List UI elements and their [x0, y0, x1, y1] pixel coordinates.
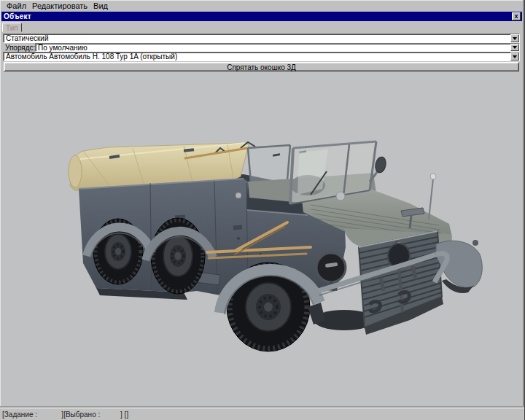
menu-view[interactable]: Вид: [90, 1, 111, 11]
type-combobox[interactable]: Статический: [3, 34, 520, 43]
object-combobox-value: Автомобиль Автомобиль H. 108 Typ 1A (отк…: [6, 53, 509, 61]
order-combobox[interactable]: По умолчанию: [35, 43, 520, 52]
type-combobox-value: Статический: [6, 35, 509, 42]
object-panel-title: Объект: [4, 12, 31, 20]
tab-strip: Тип: [1, 22, 522, 33]
close-icon[interactable]: x: [512, 12, 521, 20]
object-combobox[interactable]: Автомобиль Автомобиль H. 108 Typ 1A (отк…: [3, 52, 520, 61]
order-label: Упорядс:: [5, 44, 35, 52]
menu-edit[interactable]: Редактировать: [29, 1, 90, 11]
status-bar: [Задание : ][Выбрано : ] []: [0, 408, 524, 420]
editor-window: Файл Редактировать Вид Объект x Тип Стат…: [0, 0, 525, 420]
hide-3d-window-button[interactable]: Спрятать окошко 3Д: [4, 62, 519, 71]
3d-viewport[interactable]: [1, 72, 522, 408]
object-panel-titlebar[interactable]: Объект x: [1, 12, 522, 21]
chevron-down-icon[interactable]: [510, 52, 519, 61]
vehicle-3d-render: [1, 72, 522, 408]
status-task: [Задание : ]: [2, 411, 63, 419]
menu-file[interactable]: Файл: [4, 1, 29, 11]
status-extra: []: [122, 411, 128, 419]
order-combobox-value: По умолчанию: [38, 44, 509, 52]
status-selected: [Выбрано : ]: [63, 411, 122, 419]
tab-type[interactable]: Тип: [2, 23, 22, 32]
chevron-down-icon[interactable]: [510, 44, 519, 51]
menu-bar: Файл Редактировать Вид: [1, 0, 522, 11]
chevron-down-icon[interactable]: [510, 34, 519, 42]
